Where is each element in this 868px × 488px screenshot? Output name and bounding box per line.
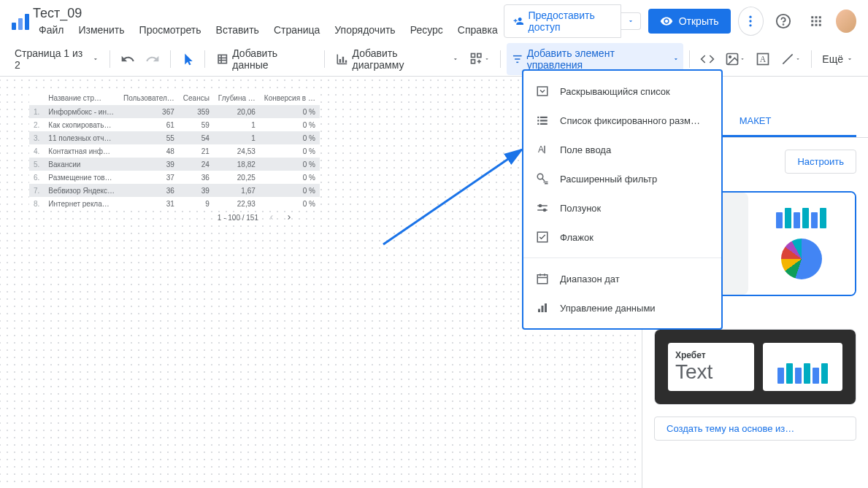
apps-button[interactable]: [803, 7, 829, 36]
image-button[interactable]: [721, 47, 750, 71]
filter-icon: [511, 53, 524, 66]
slider-icon: [535, 201, 550, 215]
document-title[interactable]: Тест_09: [33, 5, 504, 21]
svg-rect-41: [537, 120, 539, 121]
menu-page[interactable]: Страница: [268, 23, 326, 37]
code-icon: [700, 52, 715, 66]
database-icon: [215, 52, 229, 66]
dropdown-list-icon: [535, 84, 550, 98]
more-button[interactable]: Ещё: [818, 49, 858, 69]
dd-checkbox[interactable]: Флажок: [523, 222, 721, 252]
line-icon: [780, 52, 795, 66]
menu-resource[interactable]: Ресурс: [404, 23, 449, 37]
table-row: 7.Вебвизор Яндекс…36391,670 %: [29, 184, 320, 197]
svg-point-1: [749, 20, 751, 22]
svg-point-47: [537, 174, 543, 179]
help-icon: [775, 13, 791, 29]
menu-help[interactable]: Справка: [452, 23, 504, 37]
open-button[interactable]: Открыть: [648, 9, 731, 34]
page-selector[interactable]: Страница 1 из 2: [10, 43, 104, 75]
svg-rect-13: [819, 23, 821, 26]
menu-view[interactable]: Просмотреть: [134, 23, 207, 37]
menu-arrange[interactable]: Упорядочить: [329, 23, 401, 37]
user-avatar[interactable]: [836, 9, 856, 33]
data-table[interactable]: Название стр… Пользовател… Сеансы Глубин…: [29, 91, 320, 210]
svg-rect-62: [545, 303, 547, 312]
share-label: Предоставить доступ: [528, 9, 611, 33]
dd-dropdown-list[interactable]: Раскрывающийся список: [523, 77, 721, 106]
caret-down-icon: [452, 55, 459, 63]
svg-rect-60: [538, 309, 540, 313]
caret-down-icon: [484, 56, 490, 62]
more-options-button[interactable]: [738, 7, 764, 36]
svg-rect-8: [811, 20, 813, 22]
dd-date-range[interactable]: Диапазон дат: [523, 264, 721, 293]
datastudio-logo: [12, 12, 21, 30]
share-button[interactable]: Предоставить доступ: [504, 4, 621, 38]
svg-rect-56: [537, 275, 548, 284]
redo-button[interactable]: [141, 47, 164, 71]
image-icon: [725, 52, 740, 66]
svg-rect-42: [540, 120, 548, 121]
svg-rect-61: [542, 306, 544, 312]
more-label: Ещё: [822, 53, 843, 65]
dd-input[interactable]: A Поле ввода: [523, 135, 721, 164]
open-label: Открыть: [679, 15, 719, 27]
caret-down-icon: [92, 55, 99, 63]
theme-alt[interactable]: Хребет Text: [654, 329, 856, 405]
svg-rect-6: [815, 16, 817, 18]
share-dropdown[interactable]: [621, 12, 641, 30]
svg-line-37: [383, 150, 522, 244]
dd-slider[interactable]: Ползунок: [523, 193, 721, 222]
dd-advanced-filter[interactable]: Расширенный фильтр: [523, 164, 721, 193]
caret-down-icon: [672, 55, 680, 63]
text-icon: A: [756, 52, 770, 66]
add-data-button[interactable]: Добавить данные: [211, 43, 318, 75]
chart-icon: [335, 52, 349, 66]
customize-button[interactable]: Настроить: [785, 150, 856, 174]
svg-rect-5: [811, 16, 813, 18]
svg-text:A: A: [760, 55, 767, 64]
th-conversion: Конверсия в …: [260, 91, 320, 105]
more-vert-icon: [743, 14, 758, 28]
svg-point-0: [749, 15, 751, 18]
add-chart-button[interactable]: Добавить диаграмму: [331, 43, 464, 75]
line-button[interactable]: [776, 47, 805, 71]
create-theme-button[interactable]: Создать тему на основе из…: [654, 417, 856, 441]
svg-rect-44: [540, 123, 548, 125]
table-row: 2.Как скопировать…615910 %: [29, 118, 320, 131]
undo-button[interactable]: [116, 47, 139, 71]
toolbar: Страница 1 из 2 Добавить данные Добавить…: [0, 42, 868, 77]
svg-rect-23: [472, 53, 475, 57]
text-button[interactable]: A: [751, 47, 775, 71]
search-filter-icon: [535, 171, 550, 186]
header: Тест_09 Файл Изменить Просмотреть Встави…: [0, 0, 868, 42]
annotation-arrow: [321, 146, 533, 263]
data-control-icon: [535, 301, 550, 315]
menu-bar: Файл Изменить Просмотреть Вставить Стран…: [33, 23, 504, 37]
svg-rect-22: [345, 60, 347, 62]
menu-file[interactable]: Файл: [33, 23, 69, 37]
table-row: 4.Контактная инф…482124,530 %: [29, 144, 320, 158]
svg-rect-11: [811, 23, 813, 26]
community-viz-button[interactable]: [465, 47, 494, 71]
svg-line-35: [783, 54, 793, 63]
caret-down-icon: [740, 56, 745, 62]
table-row: 1.Информбокс - ин…36735920,060 %: [29, 105, 320, 118]
help-button[interactable]: [771, 7, 796, 36]
th-sessions: Сеансы: [179, 91, 214, 105]
chevron-right-icon[interactable]: [285, 213, 293, 222]
select-tool[interactable]: [177, 48, 199, 70]
dd-data-control[interactable]: Управление данными: [523, 293, 721, 322]
dd-fixed-list[interactable]: Список фиксированного разм…: [523, 106, 721, 135]
menu-insert[interactable]: Вставить: [210, 23, 265, 37]
svg-rect-7: [819, 16, 821, 18]
person-add-icon: [513, 15, 524, 28]
menu-edit[interactable]: Изменить: [72, 23, 130, 37]
svg-point-32: [729, 55, 731, 58]
control-dropdown: Раскрывающийся список Список фиксированн…: [522, 69, 723, 330]
th-index: [29, 91, 44, 105]
embed-button[interactable]: [696, 47, 719, 71]
chevron-left-icon[interactable]: [267, 213, 276, 222]
header-actions: Предоставить доступ Открыть: [504, 4, 856, 38]
